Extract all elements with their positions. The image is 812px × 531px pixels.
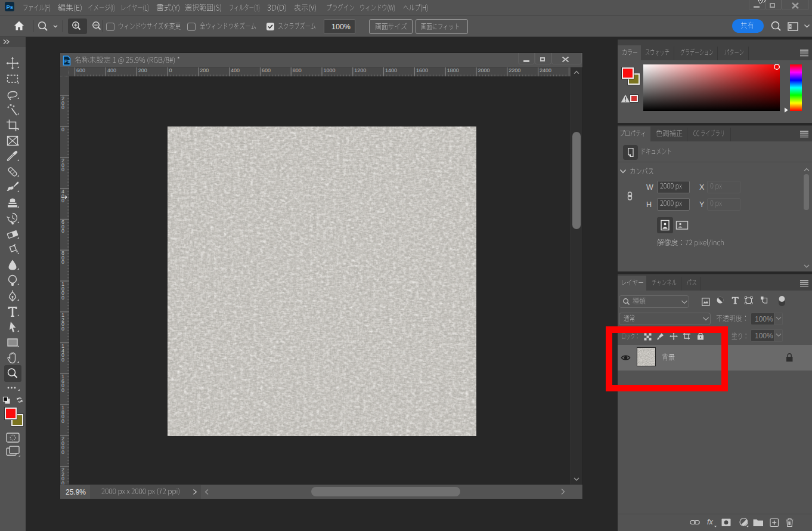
svg-text:Ps: Ps <box>64 58 70 64</box>
